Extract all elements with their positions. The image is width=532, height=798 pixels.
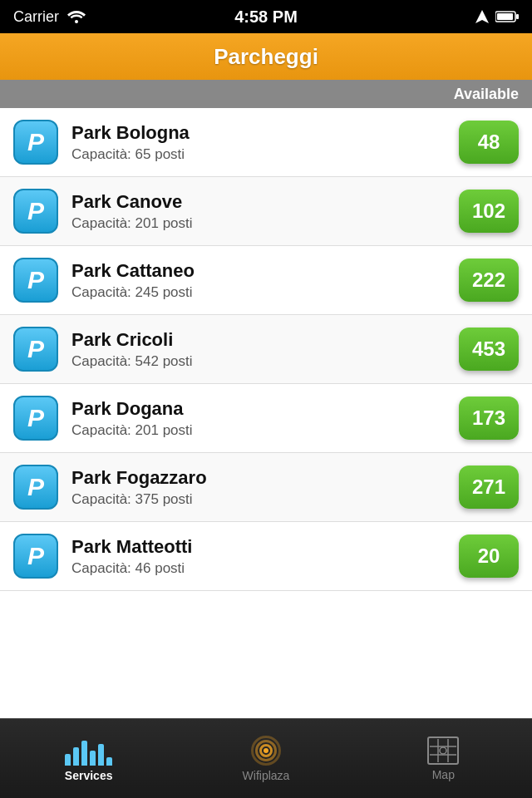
parking-name: Park Bologna — [71, 122, 459, 144]
status-time: 4:58 PM — [234, 7, 298, 27]
parking-info: Park Dogana Capacità: 201 posti — [71, 398, 459, 439]
list-item[interactable]: P Park Cattaneo Capacità: 245 posti 222 — [0, 246, 532, 315]
available-count: 102 — [472, 200, 505, 223]
list-item[interactable]: P Park Dogana Capacità: 201 posti 173 — [0, 384, 532, 453]
tab-services[interactable]: Services — [0, 719, 177, 798]
available-bar: Available — [0, 80, 532, 108]
svg-marker-1 — [475, 10, 489, 23]
parking-name: Park Canove — [71, 191, 459, 213]
svg-point-9 — [440, 747, 446, 754]
parking-icon: P — [13, 534, 58, 579]
list-item[interactable]: P Park Matteotti Capacità: 46 posti 20 — [0, 522, 532, 591]
location-icon — [475, 10, 489, 23]
parking-name: Park Cricoli — [71, 329, 459, 351]
map-icon — [427, 736, 459, 765]
wifi-status-icon — [67, 10, 86, 23]
parking-info: Park Bologna Capacità: 65 posti — [71, 122, 459, 163]
parking-capacity: Capacità: 375 posti — [71, 491, 459, 508]
parking-icon: P — [13, 120, 58, 165]
available-badge: 222 — [459, 259, 519, 302]
svg-point-0 — [75, 20, 78, 23]
parking-info: Park Matteotti Capacità: 46 posti — [71, 536, 459, 577]
parking-icon: P — [13, 465, 58, 510]
battery-icon — [495, 11, 519, 22]
available-badge: 20 — [459, 534, 519, 578]
parking-icon: P — [13, 327, 58, 372]
parking-name: Park Fogazzaro — [71, 467, 459, 489]
list-item[interactable]: P Park Fogazzaro Capacità: 375 posti 271 — [0, 453, 532, 522]
tab-bar: Services Wifiplaza Map — [0, 718, 532, 798]
list-item[interactable]: P Park Cricoli Capacità: 542 posti 453 — [0, 315, 532, 384]
parking-capacity: Capacità: 46 posti — [71, 560, 459, 577]
parking-capacity: Capacità: 542 posti — [71, 353, 459, 370]
svg-rect-3 — [516, 14, 519, 19]
available-count: 173 — [472, 406, 505, 430]
parking-name: Park Cattaneo — [71, 260, 459, 282]
available-count: 453 — [472, 337, 505, 361]
tab-map[interactable]: Map — [355, 719, 532, 798]
parking-capacity: Capacità: 201 posti — [71, 422, 459, 439]
tab-map-label: Map — [432, 768, 455, 781]
parking-icon: P — [13, 189, 58, 234]
tab-services-label: Services — [65, 769, 113, 782]
status-bar: Carrier 4:58 PM — [0, 0, 532, 33]
svg-rect-4 — [497, 13, 513, 20]
parking-capacity: Capacità: 201 posti — [71, 215, 459, 232]
available-badge: 453 — [459, 328, 519, 371]
available-label: Available — [454, 86, 519, 103]
parking-info: Park Cricoli Capacità: 542 posti — [71, 329, 459, 370]
parking-icon: P — [13, 258, 58, 303]
services-icon — [65, 736, 112, 766]
page-title: Parcheggi — [214, 44, 318, 70]
parking-capacity: Capacità: 65 posti — [71, 146, 459, 163]
available-badge: 271 — [459, 466, 519, 509]
list-item[interactable]: P Park Bologna Capacità: 65 posti 48 — [0, 108, 532, 177]
parking-capacity: Capacità: 245 posti — [71, 284, 459, 301]
parking-info: Park Canove Capacità: 201 posti — [71, 191, 459, 232]
available-badge: 173 — [459, 397, 519, 440]
parking-info: Park Cattaneo Capacità: 245 posti — [71, 260, 459, 301]
tab-wifiplaza-label: Wifiplaza — [243, 769, 290, 782]
carrier-label: Carrier — [13, 8, 59, 26]
available-count: 222 — [472, 268, 505, 292]
title-bar: Parcheggi — [0, 33, 532, 80]
available-count: 20 — [478, 544, 500, 568]
available-badge: 48 — [459, 121, 519, 164]
available-count: 271 — [472, 475, 505, 499]
parking-name: Park Dogana — [71, 398, 459, 420]
wifiplaza-icon — [251, 736, 281, 766]
available-count: 48 — [478, 131, 500, 154]
available-badge: 102 — [459, 190, 519, 233]
list-item[interactable]: P Park Canove Capacità: 201 posti 102 — [0, 177, 532, 246]
parking-name: Park Matteotti — [71, 536, 459, 558]
parking-icon: P — [13, 396, 58, 441]
tab-wifiplaza[interactable]: Wifiplaza — [177, 719, 354, 798]
parking-info: Park Fogazzaro Capacità: 375 posti — [71, 467, 459, 508]
parking-list: P Park Bologna Capacità: 65 posti 48 P P… — [0, 108, 532, 718]
